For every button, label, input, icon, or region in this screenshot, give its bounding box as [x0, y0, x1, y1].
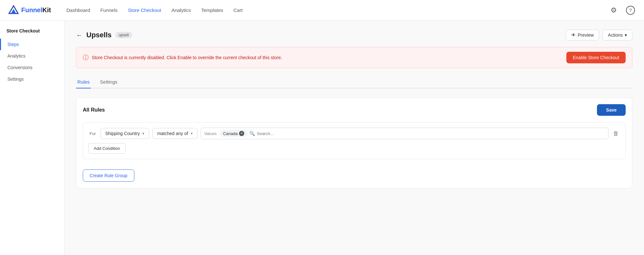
help-icon-button[interactable]: ?	[625, 5, 636, 16]
page-header-left: ← Upsells upsell	[76, 31, 132, 39]
nav-right: ⚙ ?	[608, 5, 636, 16]
sidebar: Store Checkout Steps Analytics Conversio…	[0, 21, 64, 255]
page-header-right: 👁 Preview Actions ▾	[566, 30, 632, 41]
page-header: ← Upsells upsell 👁 Preview Actions ▾	[76, 30, 632, 41]
add-condition-button[interactable]: Add Condition	[88, 143, 126, 154]
nav-funnels[interactable]: Funnels	[101, 7, 118, 13]
preview-label: Preview	[578, 32, 594, 38]
for-label: For	[88, 131, 97, 136]
help-icon: ?	[626, 6, 635, 15]
actions-label: Actions	[608, 32, 623, 38]
app-layout: Store Checkout Steps Analytics Conversio…	[0, 21, 644, 255]
trash-icon: 🗑	[613, 130, 619, 137]
back-arrow-icon: ←	[76, 32, 82, 39]
logo[interactable]: FunnelKit	[8, 5, 51, 16]
nav-cart[interactable]: Cart	[234, 7, 243, 13]
chevron-down-icon: ▾	[625, 32, 627, 38]
rules-title: All Rules	[83, 107, 105, 113]
rules-header: All Rules Save	[83, 104, 626, 116]
main-content: ← Upsells upsell 👁 Preview Actions ▾ ⓘ	[64, 21, 644, 255]
page-badge: upsell	[115, 32, 132, 38]
rules-section: All Rules Save For Shipping Country ▾ ma…	[76, 97, 632, 188]
field-chevron-icon: ▾	[142, 131, 144, 136]
condition-operator-select[interactable]: matched any of ▾	[152, 128, 197, 139]
tab-settings[interactable]: Settings	[99, 76, 119, 88]
nav-templates[interactable]: Templates	[201, 7, 223, 13]
alert-banner: ⓘ Store Checkout is currently disabled. …	[76, 47, 632, 68]
enable-store-checkout-button[interactable]: Enable Store Checkout	[566, 52, 626, 63]
search-icon: 🔍	[249, 131, 255, 136]
rule-delete-button[interactable]: 🗑	[612, 129, 620, 138]
logo-text: FunnelKit	[21, 6, 51, 14]
nav-dashboard[interactable]: Dashboard	[66, 7, 90, 13]
alert-info-icon: ⓘ	[83, 54, 89, 61]
tag-canada: Canada ✕	[220, 130, 247, 137]
tag-label: Canada	[223, 131, 238, 136]
sidebar-title: Store Checkout	[0, 28, 64, 39]
values-label: Values	[204, 131, 217, 136]
values-area[interactable]: Values Canada ✕ 🔍	[201, 128, 609, 139]
sidebar-item-steps[interactable]: Steps	[0, 39, 64, 50]
tag-remove-button[interactable]: ✕	[239, 131, 244, 136]
top-nav: FunnelKit Dashboard Funnels Store Checko…	[0, 0, 644, 21]
sidebar-item-conversions[interactable]: Conversions	[0, 62, 64, 73]
preview-button[interactable]: 👁 Preview	[566, 30, 599, 41]
tabs: Rules Settings	[76, 76, 632, 88]
actions-button[interactable]: Actions ▾	[602, 30, 632, 41]
alert-message: Store Checkout is currently disabled. Cl…	[92, 55, 282, 60]
values-search-input[interactable]	[257, 131, 605, 136]
nav-analytics[interactable]: Analytics	[171, 7, 191, 13]
condition-field-select[interactable]: Shipping Country ▾	[101, 128, 149, 139]
nav-links: Dashboard Funnels Store Checkout Analyti…	[66, 7, 598, 13]
logo-icon	[8, 5, 19, 16]
settings-icon-button[interactable]: ⚙	[608, 5, 620, 16]
tab-rules[interactable]: Rules	[76, 76, 91, 88]
nav-store-checkout[interactable]: Store Checkout	[128, 7, 161, 13]
save-button[interactable]: Save	[597, 104, 626, 116]
gear-icon: ⚙	[610, 6, 617, 14]
alert-left: ⓘ Store Checkout is currently disabled. …	[83, 54, 282, 61]
sidebar-item-settings[interactable]: Settings	[0, 73, 64, 85]
page-title: Upsells	[86, 31, 111, 39]
create-rule-group-button[interactable]: Create Rule Group	[83, 169, 134, 182]
operator-chevron-icon: ▾	[191, 131, 193, 136]
sidebar-item-analytics[interactable]: Analytics	[0, 50, 64, 62]
eye-icon: 👁	[571, 32, 576, 38]
rule-row: For Shipping Country ▾ matched any of ▾ …	[88, 128, 620, 139]
back-button[interactable]: ←	[76, 32, 82, 39]
rule-group: For Shipping Country ▾ matched any of ▾ …	[83, 122, 626, 159]
condition-field-label: Shipping Country	[105, 131, 140, 136]
condition-operator-label: matched any of	[157, 131, 188, 136]
